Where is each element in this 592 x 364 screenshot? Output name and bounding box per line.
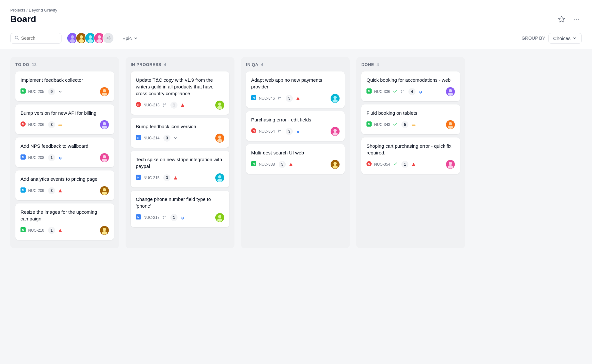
svg-point-87 bbox=[278, 132, 279, 133]
count-badge: 1 bbox=[401, 161, 408, 168]
svg-text:N: N bbox=[137, 136, 140, 139]
column-header: IN PROGRESS 4 bbox=[131, 62, 229, 67]
issue-icon: N bbox=[21, 227, 26, 234]
issue-id: NUC-213 bbox=[144, 103, 160, 107]
column-count: 4 bbox=[377, 62, 379, 67]
search-input[interactable] bbox=[21, 36, 57, 41]
star-button[interactable] bbox=[556, 14, 567, 25]
svg-marker-52 bbox=[181, 103, 185, 107]
priority-low-icon bbox=[180, 215, 185, 220]
column-title: TO DO bbox=[15, 62, 29, 67]
svg-text:N: N bbox=[368, 123, 370, 126]
svg-marker-0 bbox=[559, 16, 564, 22]
svg-text:N: N bbox=[137, 103, 140, 106]
card[interactable]: Tech spike on new stripe integration wit… bbox=[131, 151, 229, 187]
check-icon bbox=[393, 122, 398, 128]
card-footer: N NUC-208 1 bbox=[21, 153, 109, 162]
card-avatar bbox=[215, 213, 224, 222]
card[interactable]: Add analytics events to pricing page N N… bbox=[15, 170, 114, 200]
epic-button[interactable]: Epic bbox=[119, 34, 141, 43]
svg-rect-109 bbox=[412, 125, 415, 126]
card-title: Purchasing error - edit fields bbox=[251, 116, 340, 123]
card[interactable]: Adapt web app no new payments provider N… bbox=[246, 71, 345, 108]
card[interactable]: Change phone number field type to 'phone… bbox=[131, 191, 229, 227]
card[interactable]: Update T&C copy with v1.9 from the write… bbox=[131, 71, 229, 115]
card-title: Shoping cart purchasing error - quick fi… bbox=[366, 143, 455, 156]
card-avatar bbox=[331, 127, 340, 136]
svg-point-101 bbox=[401, 92, 401, 93]
column-title: IN PROGRESS bbox=[131, 62, 161, 67]
card-avatar bbox=[446, 120, 455, 129]
issue-icon: N bbox=[136, 135, 141, 141]
choices-button[interactable]: Choices bbox=[548, 33, 582, 44]
svg-point-66 bbox=[217, 179, 222, 182]
issue-id: NUC-354 bbox=[259, 129, 275, 134]
count-badge: 5 bbox=[286, 95, 293, 102]
svg-point-16 bbox=[98, 35, 101, 39]
card[interactable]: Add NPS feedback to wallboard N NUC-208 … bbox=[15, 137, 114, 167]
card-footer: N NUC-343 5 bbox=[366, 120, 455, 129]
svg-marker-37 bbox=[59, 189, 62, 193]
card-title: Bump version for new API for billing bbox=[21, 110, 109, 116]
card-avatar bbox=[446, 87, 455, 96]
issue-id: NUC-338 bbox=[259, 162, 275, 167]
card[interactable]: Shoping cart purchasing error - quick fi… bbox=[361, 137, 460, 174]
card-footer: N NUC-354 3 bbox=[251, 127, 340, 136]
svg-text:N: N bbox=[22, 228, 24, 232]
svg-point-118 bbox=[448, 165, 453, 169]
column-header: IN QA 4 bbox=[246, 62, 345, 67]
svg-point-28 bbox=[103, 122, 106, 125]
svg-text:N: N bbox=[253, 129, 255, 133]
svg-point-2 bbox=[576, 19, 577, 20]
svg-point-73 bbox=[218, 215, 221, 218]
svg-marker-80 bbox=[296, 97, 300, 100]
svg-point-70 bbox=[163, 218, 163, 219]
priority-down-icon bbox=[173, 136, 178, 141]
svg-point-54 bbox=[218, 103, 221, 106]
svg-text:N: N bbox=[22, 156, 24, 159]
svg-rect-108 bbox=[412, 124, 415, 124]
svg-text:N: N bbox=[137, 216, 140, 219]
svg-point-1 bbox=[574, 19, 575, 20]
card[interactable]: Quick booking for accomodations - web N … bbox=[361, 71, 460, 101]
card-avatar bbox=[215, 134, 224, 143]
count-badge: 3 bbox=[48, 121, 55, 128]
svg-text:N: N bbox=[368, 90, 370, 93]
branch-icon bbox=[400, 89, 405, 94]
card-title: Tech spike on new stripe integration wit… bbox=[136, 156, 224, 170]
priority-low-icon bbox=[295, 129, 300, 134]
card-title: Multi-dest search UI web bbox=[251, 149, 340, 156]
svg-point-60 bbox=[217, 139, 222, 142]
svg-point-17 bbox=[96, 39, 102, 43]
card-avatar bbox=[100, 87, 109, 96]
priority-low-icon bbox=[58, 155, 63, 160]
avatar-more[interactable]: +3 bbox=[103, 32, 114, 44]
svg-marker-94 bbox=[289, 163, 293, 166]
card-footer: N NUC-210 1 bbox=[21, 226, 109, 235]
svg-point-74 bbox=[217, 219, 222, 222]
priority-high-icon bbox=[288, 162, 293, 167]
card[interactable]: Bump version for new API for billing N N… bbox=[15, 104, 114, 134]
card[interactable]: Fluid booking on tablets N NUC-343 5 bbox=[361, 104, 460, 134]
card[interactable]: Multi-dest search UI web N NUC-338 5 bbox=[246, 144, 345, 174]
card-title: Add analytics events to pricing page bbox=[21, 176, 109, 182]
card-avatar bbox=[100, 120, 109, 129]
column-done: DONE 4 Quick booking for accomodations -… bbox=[356, 57, 465, 248]
more-button[interactable] bbox=[571, 14, 582, 25]
issue-id: NUC-208 bbox=[28, 155, 44, 160]
card[interactable]: Bump feedback icon version N NUC-214 3 bbox=[131, 118, 229, 148]
issue-id: NUC-214 bbox=[144, 136, 160, 140]
card-footer: N NUC-354 1 bbox=[366, 160, 455, 169]
svg-rect-25 bbox=[58, 124, 62, 124]
card[interactable]: Implement feedback collector N NUC-205 9 bbox=[15, 71, 114, 101]
card-footer: N NUC-346 5 bbox=[251, 94, 340, 103]
card[interactable]: Resize the images for the upcoming campa… bbox=[15, 203, 114, 240]
issue-icon: N bbox=[251, 161, 256, 168]
count-badge: 3 bbox=[163, 135, 170, 142]
card[interactable]: Purchasing error - edit fields N NUC-354… bbox=[246, 111, 345, 141]
column-inprogress: IN PROGRESS 4 Update T&C copy with v1.9 … bbox=[126, 57, 234, 248]
card-footer: N NUC-214 3 bbox=[136, 134, 224, 143]
search-box[interactable] bbox=[10, 33, 62, 44]
column-header: DONE 4 bbox=[361, 62, 460, 67]
svg-text:N: N bbox=[368, 162, 370, 166]
